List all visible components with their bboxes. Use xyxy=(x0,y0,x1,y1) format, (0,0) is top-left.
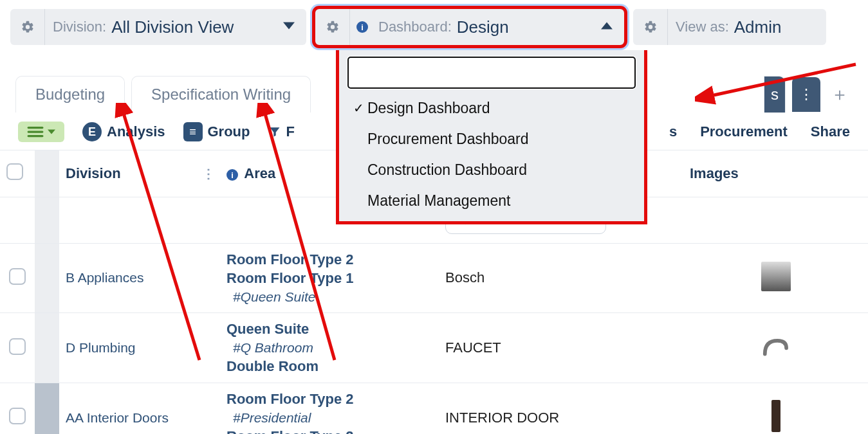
area-sub: #Presidential xyxy=(226,409,432,427)
thumbnail-oven[interactable] xyxy=(761,262,791,291)
manufacturer-value: INTERIOR DOOR xyxy=(445,410,559,426)
manufacturer-value: FAUCET xyxy=(445,339,501,356)
area-line: Room Floor Type 1 xyxy=(226,269,432,288)
row-handle[interactable] xyxy=(35,243,59,313)
header-handle xyxy=(35,150,59,197)
tab-truncated[interactable]: s xyxy=(764,76,786,113)
row-checkbox[interactable] xyxy=(9,408,26,424)
add-tab-button[interactable]: ＋ xyxy=(827,77,853,112)
dropdown-item-label: Design Dashboard xyxy=(367,100,490,117)
dashboard-gear[interactable] xyxy=(315,9,350,45)
division-gear[interactable] xyxy=(10,9,45,45)
info-icon[interactable]: i xyxy=(226,169,238,181)
area-sub: #Q Bathroom xyxy=(226,339,432,357)
dashboard-option-procurement[interactable]: Procurement Dashboard xyxy=(344,123,639,154)
view-mode-toggle[interactable] xyxy=(18,122,64,142)
gear-icon xyxy=(21,20,35,34)
division-label: Division: xyxy=(53,19,106,35)
caret-down-icon xyxy=(283,21,295,33)
toolbar-procurement[interactable]: Procurement xyxy=(700,123,788,140)
table-row[interactable]: D Plumbing Queen Suite #Q Bathroom Doubl… xyxy=(0,313,868,383)
area-line: Room Floor Type 2 xyxy=(226,390,432,409)
filter-icon xyxy=(268,125,281,138)
division-link[interactable]: B Appliances xyxy=(66,270,143,285)
area-line: Double Room xyxy=(226,357,432,376)
group-icon: ≡ xyxy=(183,122,203,141)
row-handle[interactable] xyxy=(35,383,59,434)
dropdown-item-label: Construction Dashboard xyxy=(367,161,527,179)
dashboard-label: Dashboard: xyxy=(378,19,452,35)
dropdown-item-label: Material Management xyxy=(367,192,510,210)
info-icon[interactable]: i xyxy=(356,21,368,33)
area-line: Room Floor Type 2 xyxy=(226,250,432,269)
division-link[interactable]: AA Interior Doors xyxy=(66,410,169,425)
table-row[interactable]: B Appliances Room Floor Type 2 Room Floo… xyxy=(0,243,868,313)
dashboard-dropdown-panel: ✓ Design Dashboard Procurement Dashboard… xyxy=(336,50,647,224)
thumbnail-door[interactable] xyxy=(771,400,780,432)
header-checkbox[interactable] xyxy=(0,150,35,197)
toolbar-filter[interactable]: F xyxy=(268,123,295,140)
area-line: Room Floor Type 2 xyxy=(226,427,432,434)
dashboard-value: Design xyxy=(457,17,509,37)
kebab-icon[interactable]: ⋮ xyxy=(202,166,215,181)
dashboard-search-input[interactable] xyxy=(347,57,636,89)
viewas-gear[interactable] xyxy=(633,9,668,45)
division-link[interactable]: D Plumbing xyxy=(66,340,136,355)
toolbar-label: s xyxy=(669,123,677,140)
toolbar-label: F xyxy=(286,123,295,140)
dashboard-option-design[interactable]: ✓ Design Dashboard xyxy=(344,93,639,123)
hamburger-icon xyxy=(27,125,44,138)
row-handle[interactable] xyxy=(35,313,59,383)
viewas-selector[interactable]: View as: Admin xyxy=(633,9,826,45)
analysis-icon: E xyxy=(82,122,102,141)
thumbnail-faucet[interactable] xyxy=(761,332,791,361)
caret-down-icon xyxy=(48,129,55,135)
viewas-value: Admin xyxy=(734,17,782,37)
header-images[interactable]: Images xyxy=(683,150,868,197)
gear-icon xyxy=(326,20,340,34)
area-sub: #Queen Suite xyxy=(226,288,432,306)
dashboard-option-material[interactable]: Material Management xyxy=(344,185,639,216)
tab-spec-writing[interactable]: Specification Writing xyxy=(131,76,311,113)
kebab-icon: ⋮ xyxy=(799,86,813,103)
table-row[interactable]: AA Interior Doors Room Floor Type 2 #Pre… xyxy=(0,383,868,434)
division-selector[interactable]: Division: All Division View xyxy=(10,9,306,45)
toolbar-label: Share xyxy=(811,123,850,140)
toolbar-truncated[interactable]: s xyxy=(669,123,677,140)
dashboard-option-construction[interactable]: Construction Dashboard xyxy=(344,154,639,185)
toolbar-label: Analysis xyxy=(107,123,165,140)
viewas-label: View as: xyxy=(676,19,729,35)
division-value: All Division View xyxy=(111,17,234,37)
check-icon: ✓ xyxy=(353,100,367,116)
header-division[interactable]: Division ⋮ xyxy=(59,150,220,197)
toolbar-share[interactable]: Share xyxy=(811,123,850,140)
header-label: Area xyxy=(244,165,275,181)
gear-icon xyxy=(643,20,658,34)
checkbox-icon[interactable] xyxy=(6,163,23,180)
tab-budgeting[interactable]: Budgeting xyxy=(15,76,125,113)
toolbar-label: Procurement xyxy=(700,123,788,140)
header-label: Division xyxy=(66,165,121,181)
toolbar-analysis[interactable]: E Analysis xyxy=(82,122,165,141)
manufacturer-value: Bosch xyxy=(445,269,485,285)
dropdown-item-label: Procurement Dashboard xyxy=(367,131,529,148)
header-label: Images xyxy=(690,165,739,181)
area-line: Queen Suite xyxy=(226,320,432,339)
toolbar-label: Group xyxy=(208,123,250,140)
row-checkbox[interactable] xyxy=(9,268,26,285)
plus-icon: ＋ xyxy=(831,82,849,107)
dashboard-selector[interactable]: i Dashboard: Design xyxy=(315,9,624,45)
row-checkbox[interactable] xyxy=(9,338,26,355)
toolbar-group[interactable]: ≡ Group xyxy=(183,122,250,141)
tab-kebab-menu[interactable]: ⋮ xyxy=(792,77,820,112)
caret-up-icon xyxy=(601,21,613,33)
